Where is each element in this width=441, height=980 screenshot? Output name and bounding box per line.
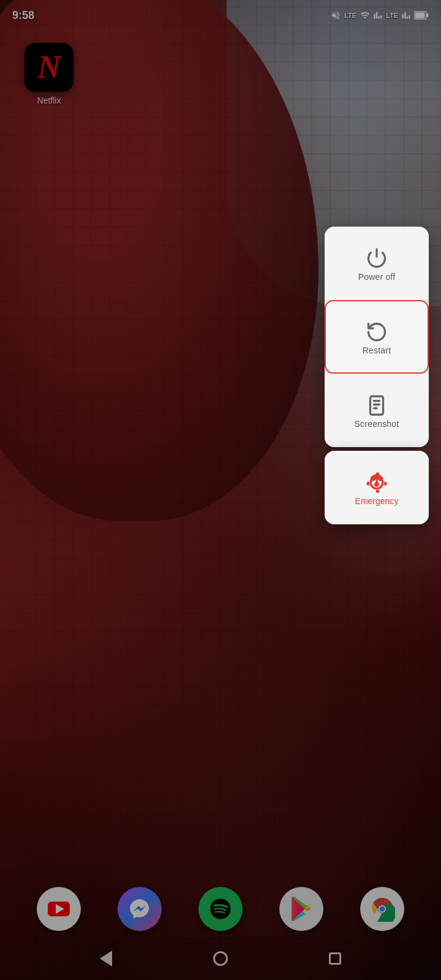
lte-icon: LTE bbox=[344, 12, 356, 19]
netflix-app[interactable]: N Netflix bbox=[24, 43, 74, 105]
power-off-label: Power off bbox=[358, 272, 396, 282]
netflix-icon[interactable]: N bbox=[24, 43, 74, 92]
netflix-logo-letter: N bbox=[37, 51, 61, 83]
status-bar: 9:58 LTE LTE bbox=[0, 0, 441, 31]
emergency-label: Emergency bbox=[355, 496, 399, 506]
wifi-icon bbox=[360, 10, 370, 20]
youtube-arrow bbox=[56, 904, 64, 914]
recents-icon bbox=[329, 952, 341, 965]
power-icon bbox=[366, 247, 388, 272]
home-icon bbox=[213, 951, 228, 966]
power-menu-group-main: Power off Restart Screensh bbox=[325, 227, 429, 447]
emergency-button[interactable]: Emergency bbox=[325, 451, 429, 524]
youtube-play-button bbox=[48, 902, 70, 916]
status-icons: LTE LTE bbox=[331, 10, 429, 20]
bottom-dock bbox=[0, 887, 441, 931]
chrome-dock-icon[interactable] bbox=[360, 887, 404, 931]
signal1-icon bbox=[374, 10, 382, 20]
back-icon bbox=[100, 951, 112, 967]
netflix-label: Netflix bbox=[37, 96, 61, 105]
back-button[interactable] bbox=[94, 946, 118, 971]
youtube-dock-icon[interactable] bbox=[37, 887, 81, 931]
status-time: 9:58 bbox=[12, 9, 34, 22]
screenshot-label: Screenshot bbox=[355, 419, 399, 429]
home-button[interactable] bbox=[208, 946, 233, 971]
chrome-logo bbox=[369, 896, 395, 922]
spotify-dock-icon[interactable] bbox=[198, 887, 243, 931]
svg-rect-2 bbox=[415, 13, 425, 18]
svg-point-11 bbox=[380, 907, 385, 912]
navigation-bar bbox=[0, 937, 441, 980]
battery-icon bbox=[414, 10, 429, 20]
power-menu-group-emergency: Emergency bbox=[325, 451, 429, 524]
restart-icon bbox=[366, 321, 388, 345]
screenshot-icon bbox=[366, 394, 388, 419]
svg-rect-1 bbox=[427, 13, 429, 17]
mute-icon bbox=[331, 10, 341, 20]
messenger-dock-icon[interactable] bbox=[118, 887, 162, 931]
power-off-button[interactable]: Power off bbox=[325, 227, 429, 300]
restart-label: Restart bbox=[363, 345, 391, 355]
recents-button[interactable] bbox=[323, 946, 347, 971]
spotify-logo bbox=[208, 897, 233, 921]
playstore-logo bbox=[289, 897, 314, 921]
messenger-logo bbox=[128, 897, 151, 921]
playstore-dock-icon[interactable] bbox=[279, 887, 323, 931]
power-menu: Power off Restart Screensh bbox=[325, 227, 429, 524]
signal2-icon bbox=[402, 10, 410, 20]
emergency-icon bbox=[366, 472, 388, 496]
screenshot-button[interactable]: Screenshot bbox=[325, 374, 429, 447]
lte2-icon: LTE bbox=[386, 12, 398, 19]
restart-button[interactable]: Restart bbox=[325, 300, 429, 374]
